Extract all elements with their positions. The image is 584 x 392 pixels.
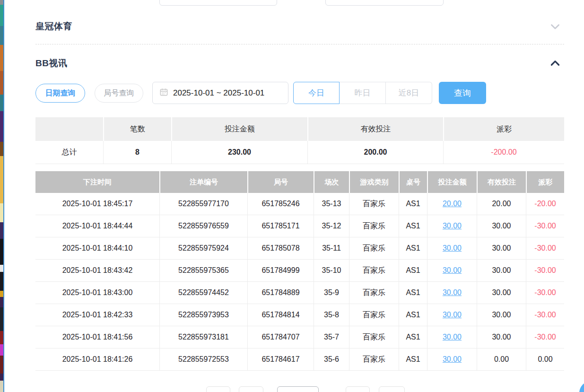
bet-table-body: 2025-10-01 18:45:17522855977170651785246…	[35, 193, 564, 371]
cell-table: AS1	[399, 237, 427, 260]
pagination-page-button[interactable]	[239, 386, 263, 392]
bet-amount-link[interactable]: 30.00	[427, 237, 477, 260]
date-range-value: 2025-10-01 ~ 2025-10-01	[173, 88, 264, 98]
summary-header-row: 笔数 投注金额 有效投注 派彩	[35, 117, 564, 141]
bet-amount-link[interactable]: 30.00	[427, 348, 477, 371]
detail-header-row: 下注时间 注单编号 局号 场次 游戏类别 桌号 投注金额 有效投注 派彩	[35, 171, 564, 193]
cell-payout: -30.00	[526, 282, 564, 304]
summary-total-label: 总计	[35, 141, 103, 164]
detail-header-round-id: 局号	[247, 171, 314, 193]
summary-table: 笔数 投注金额 有效投注 派彩 总计 8 230.00 200.00 -200.…	[35, 117, 564, 164]
yesterday-button[interactable]: 昨日	[340, 82, 386, 104]
floating-service-button[interactable]	[579, 381, 584, 392]
cell-time: 2025-10-01 18:41:56	[35, 326, 159, 348]
cell-order: 522855975365	[159, 260, 247, 282]
detail-header-game-type: 游戏类别	[349, 171, 399, 193]
cell-session: 35-7	[314, 326, 349, 348]
section-divider	[35, 44, 564, 44]
section-bb-video[interactable]: BB视讯	[35, 57, 564, 70]
cell-session: 35-12	[314, 215, 349, 237]
date-query-tab[interactable]: 日期查询	[35, 84, 85, 103]
detail-header-order-id: 注单编号	[159, 171, 247, 193]
cell-game: 百家乐	[349, 237, 399, 260]
cell-round: 651784617	[247, 348, 314, 371]
cell-valid: 30.00	[477, 237, 526, 260]
cell-payout: -30.00	[526, 215, 564, 237]
cell-time: 2025-10-01 18:43:42	[35, 260, 159, 282]
cell-valid: 30.00	[477, 326, 526, 348]
cell-time: 2025-10-01 18:44:44	[35, 215, 159, 237]
summary-total-row: 总计 8 230.00 200.00 -200.00	[35, 141, 564, 164]
cell-game: 百家乐	[349, 326, 399, 348]
top-input-right[interactable]	[325, 0, 444, 6]
background-image-sliver	[0, 0, 3, 392]
pagination-size-select[interactable]	[277, 386, 319, 392]
table-row: 2025-10-01 18:42:33522855973953651784814…	[35, 304, 564, 326]
cell-payout: -30.00	[526, 237, 564, 260]
cell-time: 2025-10-01 18:42:33	[35, 304, 159, 326]
summary-header-blank	[35, 117, 103, 141]
detail-header-table-no: 桌号	[399, 171, 427, 193]
cell-valid: 20.00	[477, 193, 526, 215]
bet-amount-link[interactable]: 30.00	[427, 215, 477, 237]
cell-table: AS1	[399, 326, 427, 348]
top-input-left[interactable]	[159, 0, 277, 6]
table-row: 2025-10-01 18:44:44522855976559651785171…	[35, 215, 564, 237]
table-row: 2025-10-01 18:43:00522855974452651784889…	[35, 282, 564, 304]
bet-amount-link[interactable]: 30.00	[427, 282, 477, 304]
round-query-tab[interactable]: 局号查询	[95, 84, 143, 103]
cell-round: 651785246	[247, 193, 314, 215]
cell-order: 522855973953	[159, 304, 247, 326]
cell-round: 651784814	[247, 304, 314, 326]
last8days-button[interactable]: 近8日	[386, 82, 432, 104]
bet-amount-link[interactable]: 30.00	[427, 326, 477, 348]
table-row: 2025-10-01 18:45:17522855977170651785246…	[35, 193, 564, 215]
cell-valid: 0.00	[477, 348, 526, 371]
cell-valid: 30.00	[477, 282, 526, 304]
search-button[interactable]: 查询	[439, 82, 486, 104]
summary-valid-bet-value: 200.00	[307, 141, 443, 164]
cell-round: 651784707	[247, 326, 314, 348]
pagination-prev-button[interactable]	[206, 386, 230, 392]
cell-game: 百家乐	[349, 304, 399, 326]
main-panel: 皇冠体育 BB视讯 日期查询 局号查询 2025-10-01	[4, 0, 584, 392]
bet-amount-link[interactable]: 20.00	[427, 193, 477, 215]
pagination-jump-button[interactable]	[379, 386, 405, 392]
cell-order: 522855972553	[159, 348, 247, 371]
cell-session: 35-10	[314, 260, 349, 282]
cell-table: AS1	[399, 193, 427, 215]
cell-table: AS1	[399, 215, 427, 237]
table-row: 2025-10-01 18:41:26522855972553651784617…	[35, 348, 564, 371]
cell-round: 651784999	[247, 260, 314, 282]
summary-header-count: 笔数	[103, 117, 171, 141]
section-title-bb: BB视讯	[35, 57, 67, 70]
cell-time: 2025-10-01 18:41:26	[35, 348, 159, 371]
chevron-up-icon[interactable]	[549, 57, 561, 70]
cell-round: 651784889	[247, 282, 314, 304]
cell-order: 522855977170	[159, 193, 247, 215]
pagination-next-button[interactable]	[346, 386, 370, 392]
cell-payout: 0.00	[526, 348, 564, 371]
date-range-picker[interactable]: 2025-10-01 ~ 2025-10-01	[152, 82, 288, 104]
summary-header-valid-bet: 有效投注	[307, 117, 443, 141]
detail-header-session: 场次	[314, 171, 349, 193]
table-row: 2025-10-01 18:43:42522855975365651784999…	[35, 260, 564, 282]
calendar-icon	[159, 87, 168, 98]
section-crown-sports[interactable]: 皇冠体育	[35, 20, 564, 33]
summary-header-bet-amount: 投注金额	[171, 117, 307, 141]
detail-header-time: 下注时间	[35, 171, 159, 193]
quick-date-group: 今日 昨日 近8日	[293, 82, 432, 104]
cell-session: 35-9	[314, 282, 349, 304]
summary-bet-amount-value: 230.00	[171, 141, 307, 164]
cell-session: 35-11	[314, 237, 349, 260]
table-row: 2025-10-01 18:41:56522855973181651784707…	[35, 326, 564, 348]
today-button[interactable]: 今日	[293, 82, 340, 104]
cell-payout: -30.00	[526, 260, 564, 282]
cell-time: 2025-10-01 18:43:00	[35, 282, 159, 304]
bet-amount-link[interactable]: 30.00	[427, 260, 477, 282]
bet-amount-link[interactable]: 30.00	[427, 304, 477, 326]
bet-records-table: 下注时间 注单编号 局号 场次 游戏类别 桌号 投注金额 有效投注 派彩 202…	[35, 171, 564, 371]
cell-table: AS1	[399, 282, 427, 304]
summary-payout-value: -200.00	[443, 141, 564, 164]
chevron-down-icon[interactable]	[549, 20, 561, 33]
